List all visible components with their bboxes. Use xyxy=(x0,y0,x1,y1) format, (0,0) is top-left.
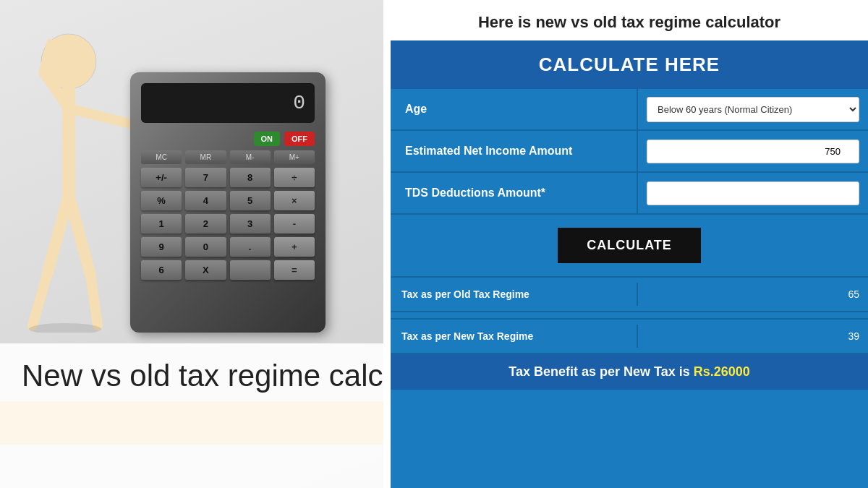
age-input-area: Below 60 years (Normal Citizen) 60-80 ye… xyxy=(637,89,868,129)
calc-header: CALCULATE HERE xyxy=(391,40,868,89)
key-3[interactable]: 3 xyxy=(230,214,271,234)
page-title: Here is new vs old tax regime calculator xyxy=(391,0,868,40)
age-label: Age xyxy=(391,89,637,129)
key-8[interactable]: 8 xyxy=(230,168,271,187)
divide-key[interactable]: ÷ xyxy=(274,168,315,187)
calculate-button[interactable]: CALCULATE xyxy=(558,228,701,263)
key-1-row[interactable]: 1 xyxy=(141,214,182,234)
key-9-alt[interactable]: 9 xyxy=(141,237,182,257)
svg-line-9 xyxy=(90,275,98,325)
svg-point-10 xyxy=(29,323,101,333)
svg-line-4 xyxy=(69,108,127,123)
calculator-graphic: 0 ON OFF MC MR M- M+ +/- 7 8 ÷ % 4 5 × 1… xyxy=(130,72,326,333)
left-section: 0 ON OFF MC MR M- M+ +/- 7 8 ÷ % 4 5 × 1… xyxy=(0,0,383,488)
right-section: Here is new vs old tax regime calculator… xyxy=(391,0,868,488)
svg-line-8 xyxy=(69,195,90,275)
key-6-alt[interactable]: 6 xyxy=(141,260,182,280)
result-rows: Tax as per Old Tax Regime 65 Tax as per … xyxy=(391,278,868,354)
minus-key[interactable]: - xyxy=(274,214,315,234)
percent-key[interactable]: % xyxy=(141,191,182,210)
key-2[interactable]: 2 xyxy=(185,214,226,234)
plus-key[interactable]: + xyxy=(274,237,315,257)
plusminus-key[interactable]: +/- xyxy=(141,168,182,187)
key-blank xyxy=(230,260,271,280)
mplus-key[interactable]: M+ xyxy=(274,150,315,164)
old-regime-value: 65 xyxy=(637,283,868,306)
tds-label: TDS Deductions Amount* xyxy=(391,173,637,213)
tax-benefit-amount: Rs.26000 xyxy=(694,364,750,379)
lower-overlay: New vs old tax regime calculator xyxy=(0,343,383,488)
key-x[interactable]: X xyxy=(185,260,226,280)
tds-row: TDS Deductions Amount* xyxy=(391,173,868,215)
main-title: New vs old tax regime calculator xyxy=(22,358,383,394)
tax-benefit-row: Tax Benefit as per New Tax is Rs.26000 xyxy=(391,354,868,390)
tds-input[interactable] xyxy=(647,181,859,205)
mminus-key[interactable]: M- xyxy=(230,150,271,164)
key-7[interactable]: 7 xyxy=(185,168,226,187)
off-button[interactable]: OFF xyxy=(284,132,315,146)
calc-keypad: +/- 7 8 ÷ % 4 5 × 1 2 3 - 9 0 . + 6 X = xyxy=(141,168,315,280)
tax-benefit-label: Tax Benefit as per New Tax is xyxy=(509,364,689,379)
mr-key[interactable]: MR xyxy=(185,150,226,164)
tds-input-area xyxy=(637,173,868,213)
age-select[interactable]: Below 60 years (Normal Citizen) 60-80 ye… xyxy=(647,97,859,122)
key-5[interactable]: 5 xyxy=(230,191,271,210)
new-regime-label: Tax as per New Tax Regime xyxy=(391,325,637,348)
mc-key[interactable]: MC xyxy=(141,150,182,164)
income-row: Estimated Net Income Amount xyxy=(391,131,868,173)
calc-top-buttons: ON OFF xyxy=(141,132,315,146)
income-input-area xyxy=(637,131,868,171)
on-button[interactable]: ON xyxy=(254,132,281,146)
income-input[interactable] xyxy=(647,140,859,163)
calc-memory-row: MC MR M- M+ xyxy=(141,150,315,164)
old-regime-result-row: Tax as per Old Tax Regime 65 xyxy=(391,278,868,312)
new-regime-result-row: Tax as per New Tax Regime 39 xyxy=(391,320,868,354)
calc-display: 0 xyxy=(141,83,315,123)
spacer-row xyxy=(391,312,868,320)
equals-key[interactable]: = xyxy=(274,260,315,280)
calculate-row: CALCULATE xyxy=(391,215,868,278)
key-0[interactable]: 0 xyxy=(185,237,226,257)
new-regime-value: 39 xyxy=(637,325,868,348)
key-4[interactable]: 4 xyxy=(185,191,226,210)
income-label: Estimated Net Income Amount xyxy=(391,131,637,171)
multiply-key[interactable]: × xyxy=(274,191,315,210)
decimal-key[interactable]: . xyxy=(230,237,271,257)
age-row: Age Below 60 years (Normal Citizen) 60-8… xyxy=(391,89,868,131)
old-regime-label: Tax as per Old Tax Regime xyxy=(391,283,637,306)
svg-line-7 xyxy=(33,275,47,325)
svg-line-6 xyxy=(47,195,69,275)
